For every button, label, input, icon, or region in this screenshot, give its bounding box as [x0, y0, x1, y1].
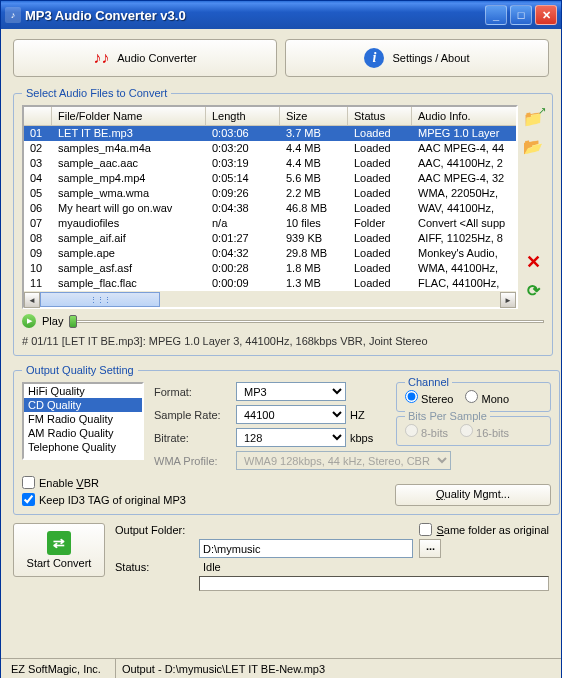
files-section: Select Audio Files to Convert File/Folde… — [13, 87, 553, 356]
channel-label: Channel — [405, 376, 452, 388]
format-label: Format: — [154, 386, 232, 398]
table-row[interactable]: 05sample_wma.wma0:09:262.2 MBLoadedWMA, … — [24, 186, 516, 201]
wma-label: WMA Profile: — [154, 455, 232, 467]
scroll-right-icon[interactable]: ► — [500, 292, 516, 308]
col-audioinfo[interactable]: Audio Info. — [412, 107, 516, 125]
scroll-left-icon[interactable]: ◄ — [24, 292, 40, 308]
progress-bar — [199, 576, 549, 591]
table-row[interactable]: 02samples_m4a.m4a0:03:204.4 MBLoadedAAC … — [24, 141, 516, 156]
files-legend: Select Audio Files to Convert — [22, 87, 171, 99]
enable-vbr-checkbox[interactable]: Enable VBR — [22, 476, 186, 489]
quality-preset-item[interactable]: CD Quality — [24, 398, 142, 412]
convert-icon: ⇄ — [47, 531, 71, 555]
table-row[interactable]: 07myaudiofilesn/a10 filesFolderConvert <… — [24, 216, 516, 231]
stereo-radio[interactable]: Stereo — [405, 390, 453, 405]
settings-about-tab[interactable]: i Settings / About — [285, 39, 549, 77]
same-folder-checkbox[interactable]: Same folder as original — [419, 523, 549, 536]
horizontal-scrollbar[interactable]: ◄ ⋮⋮⋮ ► — [24, 291, 516, 307]
16bits-radio: 16-bits — [460, 424, 509, 439]
quality-preset-list[interactable]: HiFi QualityCD QualityFM Radio QualityAM… — [22, 382, 144, 460]
file-table[interactable]: File/Folder Name Length Size Status Audi… — [22, 105, 518, 309]
kbps-unit: kbps — [350, 432, 380, 444]
format-select[interactable]: MP3 — [236, 382, 346, 401]
col-size[interactable]: Size — [280, 107, 348, 125]
status-label: Status: — [115, 561, 193, 573]
bitrate-select[interactable]: 128 — [236, 428, 346, 447]
info-icon: i — [364, 48, 384, 68]
table-row[interactable]: 09sample.ape0:04:3229.8 MBLoadedMonkey's… — [24, 246, 516, 261]
table-row[interactable]: 11sample_flac.flac0:00:091.3 MBLoadedFLA… — [24, 276, 516, 291]
window-title: MP3 Audio Converter v3.0 — [25, 8, 485, 23]
company-cell: EZ SoftMagic, Inc. — [5, 659, 107, 678]
remove-button[interactable]: ✕ — [522, 251, 544, 273]
start-convert-button[interactable]: ⇄ Start Convert — [13, 523, 105, 577]
play-label: Play — [42, 315, 63, 327]
table-header: File/Folder Name Length Size Status Audi… — [24, 107, 516, 126]
titlebar[interactable]: ♪ MP3 Audio Converter v3.0 _ □ ✕ — [1, 1, 561, 29]
bitrate-label: Bitrate: — [154, 432, 232, 444]
minimize-button[interactable]: _ — [485, 5, 507, 25]
quality-mgmt-button[interactable]: Quality Mgmt... — [395, 484, 551, 506]
wma-select: WMA9 128kbps, 44 kHz, Stereo, CBR — [236, 451, 451, 470]
play-slider[interactable] — [69, 313, 544, 329]
audio-converter-tab[interactable]: ♪♪ Audio Converter — [13, 39, 277, 77]
table-row[interactable]: 10sample_asf.asf0:00:281.8 MBLoadedWMA, … — [24, 261, 516, 276]
play-icon[interactable]: ▶ — [22, 314, 36, 328]
tab-label: Settings / About — [392, 52, 469, 64]
maximize-button[interactable]: □ — [510, 5, 532, 25]
col-index[interactable] — [24, 107, 52, 125]
samplerate-select[interactable]: 44100 — [236, 405, 346, 424]
scroll-track[interactable]: ⋮⋮⋮ — [40, 292, 500, 307]
add-folder-button[interactable]: 📂 — [522, 135, 544, 157]
slider-thumb[interactable] — [69, 315, 77, 328]
channel-group: Channel Stereo Mono — [396, 382, 551, 412]
col-status[interactable]: Status — [348, 107, 412, 125]
browse-button[interactable]: ... — [419, 539, 441, 558]
output-folder-label: Output Folder: — [115, 524, 193, 536]
convert-label: Start Convert — [27, 557, 92, 569]
8bits-radio: 8-bits — [405, 424, 448, 439]
col-length[interactable]: Length — [206, 107, 280, 125]
status-value: Idle — [199, 561, 413, 573]
table-row[interactable]: 04sample_mp4.mp40:05:145.6 MBLoadedAAC M… — [24, 171, 516, 186]
scroll-thumb[interactable]: ⋮⋮⋮ — [40, 292, 160, 307]
bps-label: Bits Per Sample — [405, 410, 490, 422]
refresh-button[interactable]: ⟳ — [522, 279, 544, 301]
quality-preset-item[interactable]: Telephone Quality — [24, 440, 142, 454]
quality-preset-item[interactable]: HiFi Quality — [24, 384, 142, 398]
samplerate-label: Sample Rate: — [154, 409, 232, 421]
output-quality-section: Output Quality Setting HiFi QualityCD Qu… — [13, 364, 560, 515]
table-row[interactable]: 01LET IT BE.mp30:03:063.7 MBLoadedMPEG 1… — [24, 126, 516, 141]
hz-unit: HZ — [350, 409, 380, 421]
keep-id3-checkbox[interactable]: Keep ID3 TAG of original MP3 — [22, 493, 186, 506]
bits-per-sample-group: Bits Per Sample 8-bits 16-bits — [396, 416, 551, 446]
table-row[interactable]: 06My heart will go on.wav0:04:3846.8 MBL… — [24, 201, 516, 216]
output-path-cell: Output - D:\mymusic\LET IT BE-New.mp3 — [115, 659, 557, 678]
tab-label: Audio Converter — [117, 52, 197, 64]
quality-preset-item[interactable]: AM Radio Quality — [24, 426, 142, 440]
quality-preset-item[interactable]: FM Radio Quality — [24, 412, 142, 426]
mono-radio[interactable]: Mono — [465, 390, 509, 405]
close-button[interactable]: ✕ — [535, 5, 557, 25]
table-row[interactable]: 08sample_aif.aif0:01:27939 KBLoadedAIFF,… — [24, 231, 516, 246]
music-note-icon: ♪♪ — [93, 49, 109, 67]
file-info-text: # 01/11 [LET IT BE.mp3]: MPEG 1.0 Layer … — [22, 335, 544, 347]
statusbar: EZ SoftMagic, Inc. Output - D:\mymusic\L… — [1, 658, 561, 678]
table-row[interactable]: 03sample_aac.aac0:03:194.4 MBLoadedAAC, … — [24, 156, 516, 171]
add-file-button[interactable]: 📁↗ — [522, 107, 544, 129]
app-icon: ♪ — [5, 7, 21, 23]
col-name[interactable]: File/Folder Name — [52, 107, 206, 125]
quality-legend: Output Quality Setting — [22, 364, 138, 376]
output-folder-input[interactable] — [199, 539, 413, 558]
